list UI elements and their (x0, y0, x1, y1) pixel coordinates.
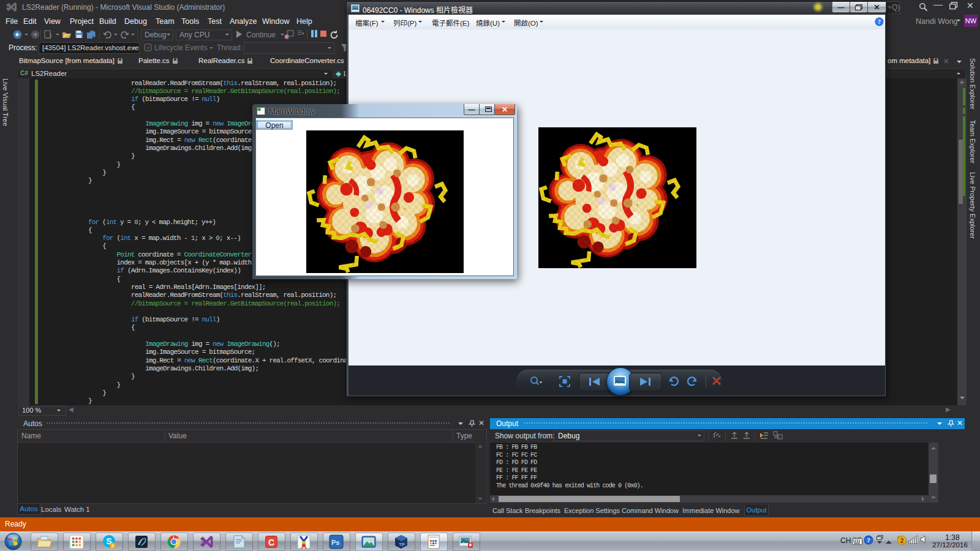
svg-text:TP: TP (399, 542, 405, 547)
svg-text:2: 2 (900, 538, 904, 544)
svg-text:?: ? (867, 536, 870, 544)
svg-text:Ps: Ps (331, 539, 339, 546)
svg-text:?: ? (878, 18, 881, 25)
svg-text:C: C (268, 538, 274, 547)
svg-text:2: 2 (111, 543, 115, 549)
svg-text:ab: ab (774, 435, 779, 439)
